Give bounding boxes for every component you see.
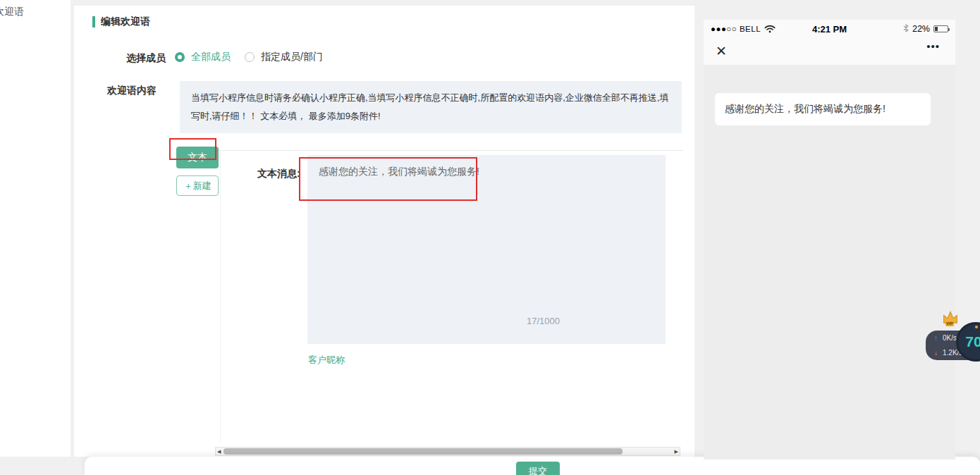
edit-welcome-panel: 编辑欢迎语 选择成员 全部成员 指定成员/部门 欢迎语内容 当填写小程序信息时请…	[74, 6, 694, 457]
chat-area: 感谢您的关注，我们将竭诚为您服务!	[704, 65, 955, 459]
bluetooth-icon	[903, 23, 909, 35]
upload-arrow-icon: ↑	[934, 334, 938, 342]
add-attachment-button[interactable]: ＋新建	[176, 175, 219, 196]
customer-nickname-link[interactable]: 客户昵称	[308, 354, 345, 366]
submit-button[interactable]: 提交	[516, 462, 560, 475]
radio-all-members-label: 全部成员	[191, 51, 231, 63]
radio-all-members[interactable]: 全部成员	[175, 51, 231, 63]
download-arrow-icon: ↓	[934, 349, 938, 357]
score-value: 70	[965, 333, 980, 350]
phone-preview: ●●●○○ BELL 4:21 PM 22% ✕	[704, 20, 955, 459]
radio-specified-members[interactable]: 指定成员/部门	[245, 51, 323, 63]
annotation-box-text-tab	[169, 138, 216, 160]
more-icon[interactable]: •••	[926, 40, 940, 52]
section-accent-bar	[92, 16, 95, 27]
page-title: 编辑欢迎语	[101, 16, 150, 28]
scroll-left-arrow-icon[interactable]: ◀	[217, 448, 221, 455]
scrollbar-thumb[interactable]	[223, 448, 623, 455]
radio-unselected-icon[interactable]	[245, 52, 255, 62]
status-time: 4:21 PM	[812, 24, 847, 35]
member-select-label: 选择成员	[126, 52, 166, 65]
battery-icon	[933, 25, 948, 32]
phone-status-bar: ●●●○○ BELL 4:21 PM 22%	[704, 20, 955, 38]
battery-percent: 22%	[912, 24, 930, 34]
close-icon[interactable]: ✕	[716, 43, 727, 59]
scroll-right-arrow-icon[interactable]: ▶	[675, 448, 678, 455]
sidebar-item-welcome-message[interactable]: 欢迎语	[0, 6, 24, 18]
status-right-cluster: 22%	[903, 23, 948, 35]
sidebar: 欢迎语	[0, 0, 71, 457]
annotation-box-message	[299, 157, 477, 201]
phone-nav-bar: ✕ •••	[704, 38, 955, 65]
char-counter: 17/1000	[527, 314, 560, 328]
notice-box: 当填写小程序信息时请务必确认小程序正确,当填写小程序信息不正确时,所配置的欢迎语…	[180, 81, 682, 133]
radio-specified-members-label: 指定成员/部门	[261, 51, 323, 63]
horizontal-scrollbar[interactable]: ◀ ▶	[215, 447, 680, 456]
text-message-label: 文本消息:	[257, 168, 300, 180]
page: 欢迎语 编辑欢迎语 选择成员 全部成员 指定成员/部门 欢迎语内容 当填写小程序…	[0, 0, 980, 475]
signal-carrier-label: ●●●○○ BELL	[711, 25, 761, 33]
vip-badge: VIP	[945, 321, 954, 326]
section-header: 编辑欢迎语	[92, 16, 150, 28]
wifi-icon	[764, 25, 776, 33]
welcome-content-label: 欢迎语内容	[107, 85, 157, 97]
radio-selected-icon[interactable]	[175, 52, 185, 62]
message-bubble: 感谢您的关注，我们将竭诚为您服务!	[715, 93, 931, 125]
upload-speed: 0K/s	[943, 334, 957, 342]
